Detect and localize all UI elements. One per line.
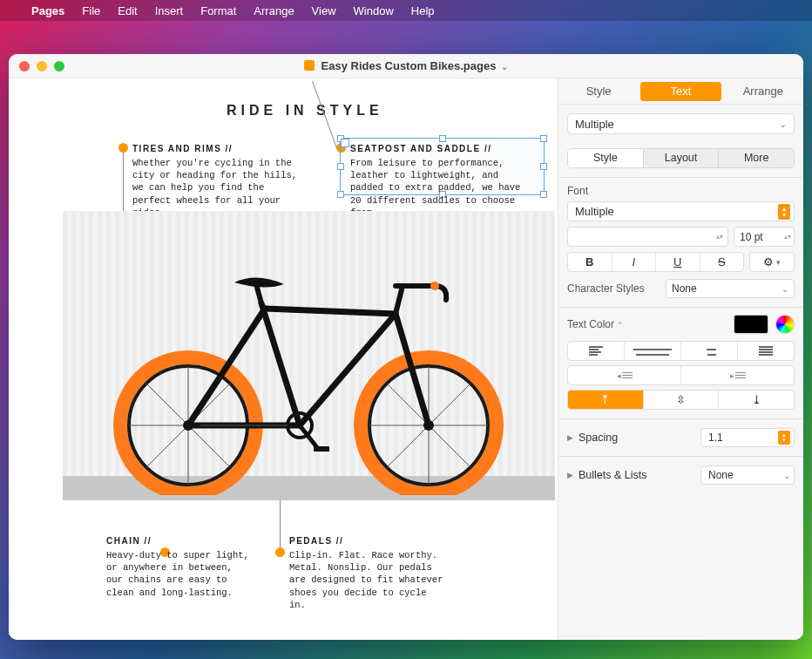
- text-style-group: B I U S: [567, 252, 744, 272]
- text-color-swatch[interactable]: [734, 315, 768, 334]
- character-styles-value: None: [672, 282, 697, 295]
- callout-seatpost[interactable]: SEATPOST AND SADDLE // From leisure to p…: [350, 144, 536, 219]
- titlebar[interactable]: Easy Rides Custom Bikes.pages ⌄: [9, 54, 803, 78]
- svg-line-8: [146, 384, 188, 425]
- svg-line-11: [146, 425, 188, 467]
- tab-style[interactable]: Style: [558, 78, 639, 104]
- zoom-window-button[interactable]: [54, 61, 64, 71]
- spacing-disclosure[interactable]: ▶ Spacing 1.1: [558, 418, 803, 456]
- resize-handle[interactable]: [540, 163, 547, 170]
- title-chevron-icon[interactable]: ⌄: [501, 62, 508, 71]
- menu-help[interactable]: Help: [411, 4, 435, 17]
- align-right-button[interactable]: [680, 342, 737, 360]
- svg-line-17: [429, 425, 470, 467]
- align-center-button[interactable]: [624, 342, 680, 360]
- paragraph-style-popup[interactable]: Multiple ⌄: [567, 113, 795, 134]
- menu-edit[interactable]: Edit: [118, 4, 137, 17]
- vertical-align-group: ⤒ ⇳ ⤓: [567, 390, 795, 410]
- font-family-popup[interactable]: Multiple: [567, 201, 795, 221]
- stepper-icon[interactable]: ▴▾: [784, 234, 791, 240]
- text-color-label: Text Color ⌃: [567, 318, 624, 330]
- svg-point-34: [423, 420, 434, 431]
- callout-title[interactable]: SEATPOST AND SADDLE //: [350, 144, 536, 153]
- format-inspector: Style Text Arrange Multiple ⌄ Style Layo…: [558, 78, 803, 640]
- text-color-section: Text Color ⌃ ◂ ▸: [558, 307, 803, 418]
- increase-indent-button[interactable]: ▸: [680, 366, 794, 384]
- callout-body[interactable]: Heavy-duty to super light, or anywhere i…: [106, 549, 250, 599]
- callout-title[interactable]: PEDALS //: [289, 536, 446, 546]
- chevron-down-icon: ▾: [776, 258, 781, 267]
- resize-handle[interactable]: [540, 135, 547, 142]
- traffic-lights: [9, 61, 64, 71]
- tab-arrange[interactable]: Arrange: [723, 78, 803, 104]
- stepper-icon[interactable]: [778, 431, 790, 445]
- subtab-layout[interactable]: Layout: [643, 149, 719, 167]
- resize-handle[interactable]: [439, 135, 446, 142]
- svg-point-28: [430, 282, 439, 290]
- italic-button[interactable]: I: [612, 253, 656, 271]
- document-title[interactable]: Easy Rides Custom Bikes.pages: [321, 59, 497, 72]
- app-menu[interactable]: Pages: [31, 4, 64, 17]
- callout-tires[interactable]: TIRES AND RIMS // Whether you're cycling…: [132, 144, 307, 219]
- resize-handle[interactable]: [337, 163, 344, 170]
- callout-chain[interactable]: CHAIN // Heavy-duty to super light, or a…: [106, 536, 250, 599]
- document-icon: [304, 60, 315, 71]
- subtab-more[interactable]: More: [718, 149, 794, 167]
- svg-line-9: [188, 425, 230, 467]
- hero-image[interactable]: [63, 211, 555, 500]
- bullets-popup[interactable]: None ⌄: [700, 465, 795, 485]
- bullets-label: Bullets & Lists: [579, 469, 647, 481]
- strikethrough-button[interactable]: S: [700, 253, 744, 271]
- callout-body[interactable]: Clip-in. Flat. Race worthy. Metal. Nonsl…: [289, 549, 446, 611]
- disclosure-triangle-icon: ▶: [567, 471, 573, 479]
- font-size-field[interactable]: 10 pt ▴▾: [734, 227, 795, 247]
- resize-handle[interactable]: [337, 191, 344, 198]
- svg-line-21: [265, 309, 396, 314]
- subtab-style[interactable]: Style: [568, 149, 643, 167]
- menu-view[interactable]: View: [312, 4, 336, 17]
- callout-pedals[interactable]: PEDALS // Clip-in. Flat. Race worthy. Me…: [289, 536, 446, 611]
- valign-top-button[interactable]: ⤒: [568, 391, 643, 409]
- character-styles-popup[interactable]: None ⌄: [666, 279, 795, 298]
- callout-body[interactable]: Whether you're cycling in the city or he…: [132, 157, 307, 219]
- advanced-options-button[interactable]: ⚙︎▾: [749, 252, 795, 272]
- font-typeface-popup[interactable]: ▴▾: [567, 227, 728, 247]
- valign-bottom-button[interactable]: ⤓: [718, 391, 794, 409]
- menu-window[interactable]: Window: [354, 4, 394, 17]
- page-heading[interactable]: RIDE IN STYLE: [227, 103, 558, 119]
- spacing-value: 1.1: [708, 431, 723, 444]
- disclosure-triangle-icon: ▶: [567, 433, 573, 442]
- chevron-down-icon: ⌄: [782, 284, 788, 294]
- svg-line-27: [396, 286, 403, 314]
- callout-dot: [118, 143, 128, 153]
- inspector-tabs: Style Text Arrange: [558, 78, 803, 105]
- tab-text[interactable]: Text: [640, 82, 721, 101]
- document-canvas[interactable]: RIDE IN STYLE TIRES AND RIMS // Whether …: [9, 78, 558, 640]
- close-window-button[interactable]: [19, 61, 30, 71]
- stepper-icon: [778, 204, 790, 220]
- resize-handle[interactable]: [337, 135, 344, 142]
- align-left-button[interactable]: [568, 342, 624, 360]
- color-wheel-button[interactable]: [775, 315, 795, 334]
- spacing-field[interactable]: 1.1: [700, 428, 795, 447]
- underline-button[interactable]: U: [655, 253, 700, 271]
- callout-title[interactable]: TIRES AND RIMS //: [132, 144, 307, 153]
- gear-icon: ⚙︎: [763, 255, 774, 268]
- chevron-down-icon: ⌄: [783, 471, 790, 480]
- menu-arrange[interactable]: Arrange: [254, 4, 294, 17]
- callout-body[interactable]: From leisure to performance, leather to …: [350, 157, 533, 219]
- svg-line-18: [429, 384, 470, 425]
- menu-file[interactable]: File: [82, 4, 100, 17]
- horizontal-align-group: [567, 341, 795, 361]
- align-justify-button[interactable]: [737, 342, 794, 360]
- menu-insert[interactable]: Insert: [155, 4, 184, 17]
- valign-middle-button[interactable]: ⇳: [643, 391, 719, 409]
- menu-format[interactable]: Format: [200, 4, 236, 17]
- bicycle-illustration: [91, 251, 526, 495]
- callout-title[interactable]: CHAIN //: [106, 536, 250, 546]
- resize-handle[interactable]: [540, 191, 547, 198]
- bullets-disclosure[interactable]: ▶ Bullets & Lists None ⌄: [558, 456, 803, 493]
- minimize-window-button[interactable]: [37, 61, 47, 71]
- decrease-indent-button[interactable]: ◂: [568, 366, 680, 384]
- bold-button[interactable]: B: [568, 253, 612, 271]
